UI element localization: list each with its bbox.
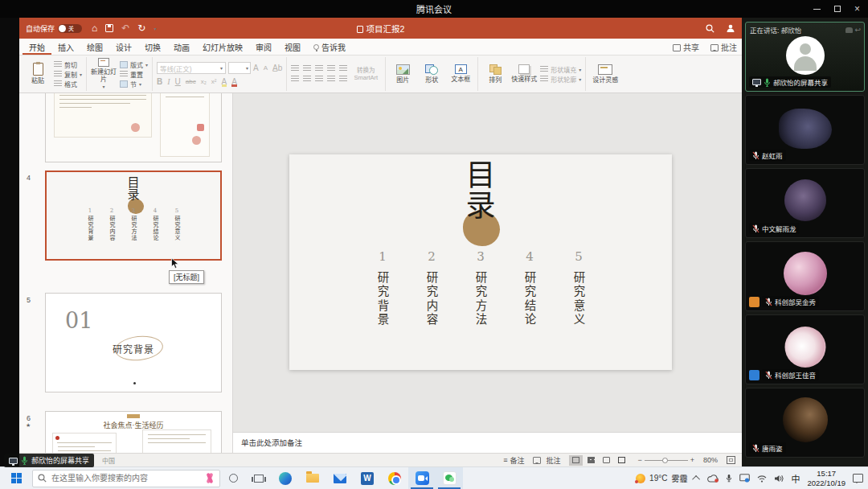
taskbar-app-wechat[interactable] (436, 467, 463, 489)
close-icon[interactable]: × (854, 4, 860, 14)
taskbar-app-word[interactable]: W (354, 467, 381, 489)
superscript-button[interactable]: x² (211, 78, 217, 85)
tab-slideshow[interactable]: 幻灯片放映 (196, 39, 249, 55)
taskbar-app-explorer[interactable] (299, 467, 326, 489)
show-hidden-icons-chevron[interactable] (693, 475, 701, 483)
toc-item-5[interactable]: 5研究意义 (569, 249, 588, 327)
tab-transitions[interactable]: 切换 (138, 39, 167, 55)
tab-animations[interactable]: 动画 (167, 39, 196, 55)
fit-to-window-button[interactable] (727, 456, 735, 464)
justify-icon[interactable] (327, 76, 335, 83)
reset-button[interactable]: 重置 (120, 70, 148, 79)
tray-mic-icon[interactable] (726, 474, 732, 483)
qat-caret-icon[interactable]: ▾ (154, 26, 156, 31)
underline-button[interactable]: U (175, 77, 181, 86)
picture-button[interactable]: 图片 (390, 64, 416, 84)
minimize-icon[interactable] (813, 9, 821, 10)
autosave-toggle[interactable]: 自动保存 关 (26, 23, 82, 34)
quick-styles-button[interactable]: 快速样式 (511, 64, 537, 83)
font-size-select[interactable]: ▾ (228, 62, 251, 74)
cortana-button[interactable] (220, 467, 246, 489)
redo-icon[interactable]: ↻ (137, 23, 145, 34)
cloud-sync-icon[interactable] (707, 475, 719, 483)
tab-tellme[interactable]: 告诉我 (307, 39, 352, 55)
comments-toggle[interactable]: 批注 (533, 455, 560, 466)
start-button[interactable] (0, 467, 32, 489)
taskbar-search[interactable] (32, 470, 220, 487)
participant-tile-screen-share[interactable]: 正在讲话: 郝欣怡 ↩ 郝欣怡的屏幕共享 (745, 22, 865, 92)
slide-sorter-view-button[interactable] (584, 455, 598, 466)
thumbnail-slide-6[interactable]: 社会焦点·生活经历 (45, 411, 222, 453)
cut-button[interactable]: 剪切 (54, 60, 82, 69)
thumbnail-slide-4-selected[interactable]: 目录 1研究背景 2研究内容 3研究方法 4研究结论 5研究意义 (45, 171, 222, 261)
toc-item-1[interactable]: 1研究背景 (373, 249, 392, 327)
speaker-icon[interactable] (774, 475, 784, 483)
shape-fill-button[interactable]: 形状填充▾ (540, 65, 581, 74)
notes-pane[interactable]: 单击此处添加备注 (233, 432, 742, 453)
line-spacing-icon[interactable] (339, 65, 347, 72)
action-center-icon[interactable] (853, 474, 863, 483)
grow-font-button[interactable]: A (253, 64, 259, 72)
cast-screen-icon[interactable] (739, 474, 750, 483)
slide-canvas[interactable]: 目 录 1研究背景 2研究内容 3研究方法 4研究结论 5研究意义 (289, 154, 672, 370)
toggle-icon[interactable]: 关 (58, 24, 82, 33)
align-center-icon[interactable] (303, 76, 311, 83)
slideshow-view-button[interactable] (615, 455, 628, 466)
slide-editing-area[interactable]: 目 录 1研究背景 2研究内容 3研究方法 4研究结论 5研究意义 (233, 93, 742, 432)
tab-insert[interactable]: 插入 (51, 39, 80, 55)
participant-tile[interactable]: 中文解雨龙 (745, 168, 865, 238)
toc-item-2[interactable]: 2研究内容 (422, 249, 441, 327)
new-slide-button[interactable]: 新建幻灯片 ▾ (91, 58, 117, 90)
textbox-button[interactable]: A文本框 (448, 64, 473, 83)
comments-button[interactable]: 批注 (710, 41, 737, 53)
ime-indicator[interactable]: 中 (791, 472, 800, 485)
font-color-button[interactable]: A (231, 77, 237, 86)
bullets-icon[interactable] (291, 65, 299, 72)
zoom-out-button[interactable]: − (637, 456, 641, 464)
taskbar-app-mail[interactable] (326, 467, 354, 489)
toc-item-4[interactable]: 4研究结论 (520, 249, 539, 327)
toc-title[interactable]: 目 录 (289, 161, 672, 221)
network-icon[interactable] (757, 475, 767, 483)
taskbar-app-edge[interactable] (272, 467, 299, 489)
thumbnail-slide-5[interactable]: 01 研究背景 (45, 293, 222, 392)
reading-view-button[interactable] (600, 455, 613, 466)
arrange-button[interactable]: 排列 (482, 64, 508, 84)
font-name-select[interactable]: 等线(正文)▾ (157, 62, 226, 74)
clock[interactable]: 15:17 2022/10/19 (807, 469, 845, 488)
shrink-font-button[interactable]: A (264, 64, 268, 72)
thumbnail-slide-3[interactable] (45, 93, 222, 162)
indent-increase-icon[interactable] (327, 65, 335, 72)
account-icon[interactable] (726, 23, 735, 33)
highlight-button[interactable]: A (222, 77, 227, 86)
subscript-button[interactable]: x₂ (201, 78, 207, 85)
strikethrough-button[interactable]: abc (186, 78, 196, 85)
zoom-percentage[interactable]: 80% (703, 456, 718, 464)
save-icon[interactable] (105, 24, 113, 32)
undo-icon[interactable]: ↶ (121, 23, 129, 34)
zoom-in-button[interactable]: + (690, 456, 694, 464)
search-icon[interactable] (706, 24, 714, 33)
task-view-button[interactable] (246, 467, 272, 489)
italic-button[interactable]: I (167, 77, 170, 86)
participant-tile[interactable]: 赵虹雨 (745, 95, 865, 165)
design-ideas-button[interactable]: 设计灵感 (590, 64, 620, 84)
indent-decrease-icon[interactable] (315, 65, 323, 72)
align-right-icon[interactable] (315, 76, 323, 83)
search-input[interactable] (51, 474, 199, 483)
taskbar-app-chrome[interactable] (381, 467, 408, 489)
copy-button[interactable]: 复制▾ (54, 70, 82, 79)
zoom-slider-knob[interactable] (662, 458, 668, 463)
weather-widget[interactable]: 19°C 雾霾 (636, 472, 687, 484)
paste-button[interactable]: 粘贴 (25, 63, 51, 84)
share-button[interactable]: 共享 (673, 41, 699, 53)
section-button[interactable]: 节▾ (120, 80, 148, 88)
align-left-icon[interactable] (291, 76, 299, 83)
clear-format-button[interactable]: A̲b (272, 64, 282, 72)
toc-item-3[interactable]: 3研究方法 (471, 249, 490, 327)
screen-share-indicator[interactable]: 郝欣怡的屏幕共享 (4, 454, 94, 467)
bold-button[interactable]: B (157, 77, 162, 86)
tab-home[interactable]: 开始 (23, 39, 51, 55)
smartart-button[interactable]: 转换为SmartArt (350, 67, 381, 81)
taskbar-app-tencent-meeting[interactable] (408, 467, 436, 489)
